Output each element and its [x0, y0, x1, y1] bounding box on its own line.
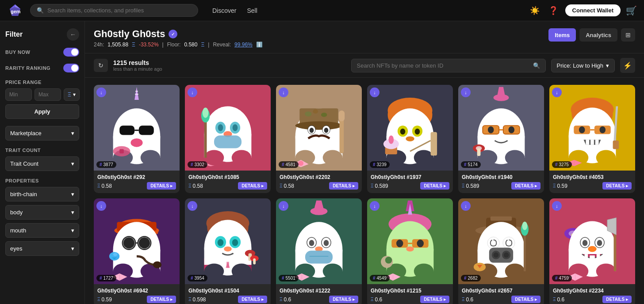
details-button[interactable]: DETAILS [511, 296, 540, 303]
nft-badge: # 3239 [370, 161, 390, 168]
details-button[interactable]: DETAILS [602, 296, 632, 303]
property-eyes-dropdown[interactable]: eyes ▾ [5, 241, 79, 256]
price-min-input[interactable] [5, 88, 32, 101]
nft-info: Gh0stlyGh0st #1940 Ξ 0.589 DETAILS [458, 171, 544, 193]
details-button[interactable]: DETAILS [329, 182, 358, 190]
nft-card[interactable]: ↓ # 3302 Gh0stlyGh0st #1085 Ξ 0.58 DETAI… [185, 85, 271, 193]
price-value: 0.6 [375, 296, 383, 303]
tab-items[interactable]: Items [548, 28, 576, 42]
trait-count-dropdown[interactable]: Trait Count ▾ [5, 156, 79, 171]
badge-number: 2682 [468, 276, 478, 281]
property-body-dropdown[interactable]: body ▾ [5, 205, 79, 220]
nft-card[interactable]: ↓ # 1727 Gh0stlyGh0st #6942 Ξ 0.59 DETAI… [94, 198, 180, 304]
grid-view-button[interactable]: ⊞ [621, 28, 635, 42]
download-icon[interactable]: ↓ [552, 87, 562, 97]
nft-card[interactable]: ↓ # 3954 Gh0stlyGh0st #1504 Ξ 0.598 DETA… [185, 198, 271, 304]
marketplace-chevron-icon: ▾ [71, 130, 74, 137]
nav-sell[interactable]: Sell [247, 7, 257, 14]
svg-point-193 [503, 237, 515, 249]
nft-card[interactable]: ↓ # 4549 Gh0stlyGh0st #1215 Ξ 0.6 DETAIL… [367, 198, 453, 304]
tab-analytics[interactable]: Analytics [579, 28, 617, 42]
download-icon[interactable]: ↓ [96, 87, 106, 97]
download-icon[interactable]: ↓ [279, 201, 288, 211]
details-button[interactable]: DETAILS [420, 296, 449, 303]
cart-button[interactable]: 🛒 [626, 5, 637, 16]
currency-select[interactable]: Ξ ▾ [64, 88, 80, 101]
svg-point-83 [488, 126, 494, 133]
reveal-link[interactable]: 99.96% [234, 42, 253, 48]
download-icon[interactable]: ↓ [279, 87, 288, 97]
svg-rect-87 [477, 148, 481, 156]
badge-hash: # [464, 276, 467, 281]
property-mouth-dropdown[interactable]: mouth ▾ [5, 223, 79, 238]
svg-rect-187 [491, 217, 512, 221]
details-button[interactable]: DETAILS [147, 296, 176, 303]
nft-price: Ξ 0.6 [280, 296, 291, 303]
details-button[interactable]: DETAILS [511, 182, 540, 190]
header-right: ☀️ ❓ Connect Wallet 🛒 [528, 4, 637, 17]
details-button[interactable]: DETAILS [329, 296, 358, 303]
nft-name: Gh0stlyGh0st #1940 [462, 174, 540, 180]
download-icon[interactable]: ↓ [370, 201, 380, 211]
refresh-button[interactable]: ↻ [94, 59, 108, 72]
download-icon[interactable]: ↓ [96, 201, 106, 211]
info-icon[interactable]: ℹ️ [256, 42, 263, 48]
svg-point-8 [141, 150, 161, 165]
download-icon[interactable]: ↓ [370, 87, 380, 97]
sidebar-back-button[interactable]: ← [67, 28, 79, 41]
nft-image: ↓ # 3954 [185, 198, 271, 284]
svg-point-141 [218, 239, 224, 246]
nft-search-bar[interactable]: 🔍 [351, 59, 546, 72]
nft-card[interactable]: ↓ # 2682 Gh0stlyGh0st #2657 Ξ 0.6 DETAIL… [458, 198, 544, 304]
sort-button[interactable]: Price: Low to High ▾ [551, 59, 615, 72]
badge-hash: # [191, 162, 193, 167]
theme-toggle-button[interactable]: ☀️ [528, 4, 541, 17]
nav-discover[interactable]: Discover [212, 7, 236, 14]
nft-card[interactable]: ↓ # 3877 Gh0stlyGh0st #292 Ξ 0.58 DETAIL… [94, 85, 180, 193]
nft-image: ↓ # 3877 [94, 85, 180, 171]
details-button[interactable]: DETAILS [420, 182, 449, 190]
details-button[interactable]: DETAILS [147, 182, 176, 190]
nft-search-input[interactable] [357, 62, 529, 69]
price-value: 0.598 [193, 296, 206, 303]
rarity-ranking-toggle[interactable] [63, 64, 79, 72]
nft-price: Ξ 0.58 [97, 183, 112, 189]
nft-card[interactable]: ↓ # 4759 Gh0stlyGh0st #2234 Ξ 0.6 DETAIL… [549, 198, 635, 304]
nft-price-row: Ξ 0.58 DETAILS [280, 182, 358, 190]
nft-badge: # 1727 [96, 275, 116, 281]
download-icon[interactable]: ↓ [461, 201, 471, 211]
details-button[interactable]: DETAILS [602, 182, 632, 190]
nft-card[interactable]: ↓ # 5501 Gh0stlyGh0st #1222 Ξ 0.6 DETAIL… [276, 198, 362, 304]
nft-card[interactable]: ↓ # 3275 Gh0stlyGh0st #4053 Ξ 0.59 DETAI… [549, 85, 635, 193]
app-header: gem 🔍 Discover Sell ☀️ ❓ Connect Wallet … [0, 0, 644, 21]
download-icon[interactable]: ↓ [188, 201, 197, 211]
download-icon[interactable]: ↓ [461, 87, 471, 97]
property-birth-chain-dropdown[interactable]: birth-chain ▾ [5, 187, 79, 201]
apply-button[interactable]: Apply [5, 104, 79, 119]
price-value: 0.6 [466, 296, 474, 303]
nft-image: ↓ # 5501 [276, 198, 362, 284]
eth-price-icon: Ξ [462, 297, 465, 302]
buy-now-toggle[interactable] [63, 48, 79, 57]
svg-point-24 [232, 150, 252, 165]
nft-price-row: Ξ 0.6 DETAILS [280, 296, 358, 303]
logo[interactable]: gem [7, 3, 23, 19]
download-icon[interactable]: ↓ [188, 87, 197, 97]
download-icon[interactable]: ↓ [552, 201, 562, 211]
nft-card[interactable]: ↓ # 3239 Gh0stlyGh0st #1937 Ξ 0.589 DETA… [367, 85, 453, 193]
marketplace-dropdown[interactable]: Marketplace ▾ [5, 126, 79, 141]
nft-price: Ξ 0.59 [553, 183, 567, 189]
nft-name: Gh0stlyGh0st #2234 [553, 288, 632, 294]
lightning-button[interactable]: ⚡ [620, 58, 635, 73]
connect-wallet-button[interactable]: Connect Wallet [565, 4, 621, 16]
details-button[interactable]: DETAILS [238, 296, 267, 303]
help-button[interactable]: ❓ [547, 4, 560, 17]
nft-image: ↓ # 1727 [94, 198, 180, 284]
marketplace-section: Marketplace ▾ [5, 126, 79, 141]
nft-card[interactable]: ↓ # 5174 Gh0stlyGh0st #1940 Ξ 0.589 DETA… [458, 85, 544, 193]
details-button[interactable]: DETAILS [238, 182, 267, 190]
search-bar[interactable]: 🔍 [30, 4, 198, 17]
search-input[interactable] [47, 7, 192, 14]
nft-card[interactable]: ↓ # 4581 Gh0stlyGh0st #2202 Ξ 0.58 DETAI… [276, 85, 362, 193]
price-max-input[interactable] [34, 88, 61, 101]
